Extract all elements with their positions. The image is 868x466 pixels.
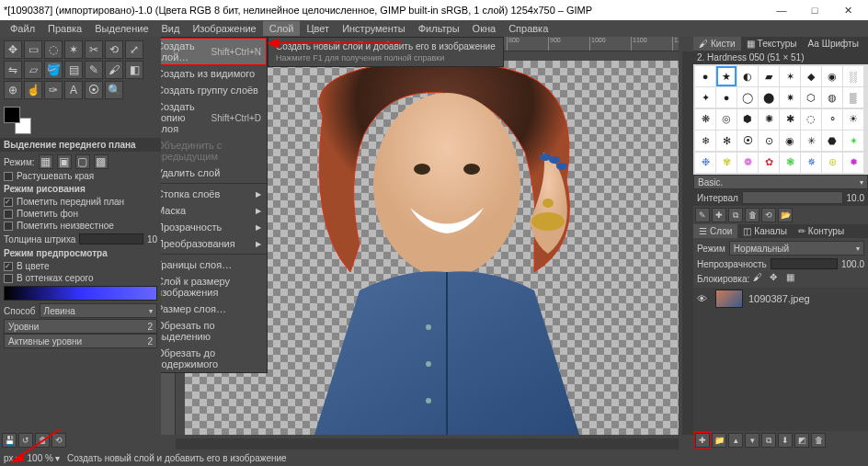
menu-item-удалить-слой[interactable]: 🗑Удалить слой (161, 165, 267, 181)
brush-preset[interactable]: ✦ (695, 87, 715, 108)
brush-preset[interactable]: ◯ (737, 87, 758, 108)
merge-down-icon[interactable]: ⬇ (778, 433, 793, 448)
brush-preset[interactable]: ✴ (843, 131, 863, 151)
menu-select[interactable]: Выделение (88, 21, 154, 36)
brush-preset[interactable]: ✺ (759, 109, 779, 130)
brush-preset[interactable]: ● (695, 66, 715, 86)
menu-tools[interactable]: Инструменты (336, 21, 412, 36)
tab-brushes[interactable]: 🖌Кисти (693, 37, 741, 51)
edit-brush-icon[interactable]: ✎ (695, 208, 710, 222)
tab-textures[interactable]: ▦Текстуры (741, 37, 803, 51)
active-levels-field[interactable]: Активные уровни2 (4, 334, 157, 348)
fg-bg-colors[interactable] (4, 107, 31, 134)
tab-fonts[interactable]: AaШрифты (803, 37, 864, 51)
menu-item-создать-копию-слоя[interactable]: ⧉Создать копию слояShift+Ctrl+D (161, 98, 267, 137)
brush-preset[interactable]: ✾ (716, 153, 737, 173)
brush-preset[interactable]: ☀ (843, 109, 863, 130)
brush-preset[interactable]: ◐ (737, 66, 758, 86)
mode-intersect-icon[interactable]: ▩ (94, 154, 108, 169)
brush-preset[interactable]: ✻ (716, 131, 737, 151)
brush-preset[interactable]: ⬡ (801, 87, 821, 108)
menu-image[interactable]: Изображение (186, 21, 262, 36)
minimize-button[interactable]: — (765, 0, 798, 20)
tool-move[interactable]: ✥ (4, 40, 22, 59)
layer-mode-dropdown[interactable]: Нормальный▾ (729, 241, 864, 256)
del-brush-icon[interactable]: 🗑 (745, 208, 760, 222)
tool-smudge[interactable]: ☝ (24, 81, 42, 99)
tool-rect-select[interactable]: ▭ (24, 40, 42, 59)
menu-view[interactable]: Вид (155, 21, 187, 36)
menu-item-стопка-сло-в[interactable]: Стопка слоёв▶ (161, 186, 267, 202)
brush-preset[interactable]: ⊙ (759, 131, 779, 151)
draw-fg-radio[interactable] (4, 198, 13, 207)
menu-item-прозрачность[interactable]: Прозрачность▶ (161, 219, 267, 235)
feather-checkbox[interactable] (4, 172, 13, 181)
brush-preset[interactable]: ◎ (716, 109, 737, 130)
brush-preset[interactable]: ◌ (801, 109, 821, 130)
mode-subtract-icon[interactable]: ▢ (75, 154, 90, 169)
tool-clone[interactable]: ⊕ (4, 81, 22, 99)
new-brush-icon[interactable]: ✚ (712, 208, 726, 222)
brush-preset[interactable]: ◍ (822, 87, 842, 108)
menu-help[interactable]: Справка (502, 21, 554, 36)
draw-unknown-radio[interactable] (4, 222, 13, 231)
brush-preset[interactable]: ✷ (780, 87, 800, 108)
tool-eraser[interactable]: ◧ (125, 61, 143, 79)
brush-preset[interactable]: ⦿ (737, 131, 758, 151)
tool-picker[interactable]: ⦿ (85, 81, 103, 99)
method-dropdown[interactable]: Левина▾ (40, 303, 157, 318)
brush-preset[interactable]: ✳ (801, 131, 821, 151)
opacity-slider[interactable] (771, 258, 838, 269)
brush-preset[interactable]: ░ (843, 66, 863, 86)
menu-item-создать-из-видимого[interactable]: Создать из видимого (161, 65, 267, 82)
menu-edit[interactable]: Правка (41, 21, 88, 36)
brush-preset[interactable]: ❄ (695, 131, 715, 151)
brush-preset[interactable]: ⊛ (822, 153, 842, 173)
brush-preset[interactable]: ✵ (801, 153, 821, 173)
brush-preset[interactable]: ⬣ (822, 131, 842, 151)
delete-layer-icon[interactable]: 🗑 (811, 433, 826, 448)
brush-preset[interactable]: ▒ (843, 87, 863, 108)
brush-preset[interactable]: ❁ (737, 153, 758, 173)
tool-flip[interactable]: ⇋ (4, 61, 22, 79)
menu-item-слой-к-размеру-изображения[interactable]: Слой к размеру изображения (161, 273, 267, 301)
brush-preset[interactable]: ✹ (843, 153, 863, 173)
brush-preset[interactable]: ✱ (780, 109, 800, 130)
brush-preset[interactable]: ★ (716, 66, 737, 86)
preview-gray-radio[interactable] (4, 274, 13, 283)
lock-pixels-icon[interactable]: 🖌 (753, 272, 766, 285)
brush-preset[interactable]: ❋ (695, 109, 715, 130)
tool-gradient[interactable]: ▤ (64, 61, 83, 79)
tool-pencil[interactable]: ✎ (85, 61, 103, 79)
tool-bucket[interactable]: 🪣 (44, 61, 63, 79)
fg-color[interactable] (4, 107, 20, 123)
brush-preset[interactable]: ✶ (780, 66, 800, 86)
tool-rotate[interactable]: ⟲ (105, 40, 123, 59)
layer-row[interactable]: 👁 1090387.jpeg (693, 288, 868, 310)
menu-item-обрезать-до-содержимого[interactable]: Обрезать до содержимого (161, 345, 267, 372)
brush-preset[interactable]: ◆ (801, 66, 821, 86)
menu-layer[interactable]: Слой (263, 21, 301, 36)
maximize-button[interactable]: □ (798, 0, 831, 20)
tool-path[interactable]: ✑ (44, 81, 63, 99)
visibility-icon[interactable]: 👁 (697, 293, 710, 304)
mask-icon[interactable]: ◩ (794, 433, 809, 448)
tab-history[interactable]: ↺История (864, 37, 868, 51)
tool-scale[interactable]: ⤢ (125, 40, 143, 59)
spacing-slider[interactable] (742, 191, 843, 204)
menu-item-обрезать-по-выделению[interactable]: Обрезать по выделению (161, 317, 267, 345)
lock-alpha-icon[interactable]: ▦ (786, 272, 799, 285)
tool-fuzzy-select[interactable]: ✶ (64, 40, 83, 59)
menu-item-границы-слоя-[interactable]: Границы слоя… (161, 256, 267, 273)
menu-item-размер-слоя-[interactable]: Размер слоя… (161, 301, 267, 317)
layer-name[interactable]: 1090387.jpeg (748, 293, 810, 304)
tab-channels[interactable]: ◫Каналы (737, 224, 793, 238)
canvas-scrollbar-v[interactable] (682, 51, 693, 435)
menu-item-маска[interactable]: Маска▶ (161, 202, 267, 219)
tool-text[interactable]: A (64, 81, 83, 99)
dup-brush-icon[interactable]: ⧉ (728, 208, 743, 222)
open-brush-icon[interactable]: 📂 (778, 208, 793, 222)
preview-color-radio[interactable] (4, 262, 13, 271)
menu-item-преобразования[interactable]: Преобразования▶ (161, 235, 267, 252)
dup-layer-icon[interactable]: ⧉ (761, 433, 776, 448)
